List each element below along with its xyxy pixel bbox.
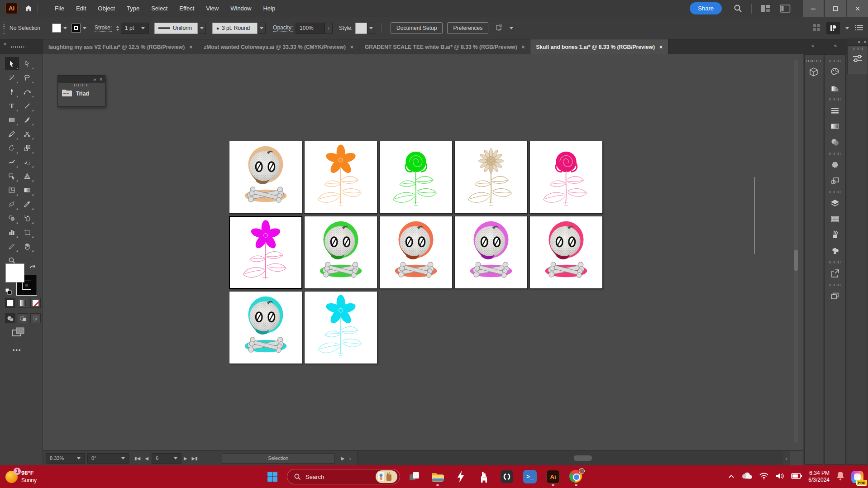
powershell-app-icon[interactable]: >_ [521,467,539,486]
libraries-panel-icon[interactable] [826,157,844,172]
opacity-expand-icon[interactable]: › [324,23,333,34]
draw-behind-button[interactable] [18,313,28,323]
color-mode-button[interactable] [5,298,15,308]
default-fill-stroke-icon[interactable] [5,288,12,297]
measure-tool[interactable] [5,197,19,211]
rotation-dropdown[interactable]: 0° [87,453,129,464]
dock-grip[interactable] [806,60,821,62]
gradient-panel-icon[interactable] [826,118,844,134]
dock-grip[interactable] [828,98,842,100]
none-mode-button[interactable] [30,298,41,308]
panel-close-icon[interactable]: × [863,39,866,44]
workspace-icon[interactable] [826,22,840,34]
maximize-button[interactable] [825,0,846,17]
artboard-8-skull[interactable] [379,216,453,289]
screen-mode-icon[interactable] [12,327,25,340]
panel-grip[interactable] [74,84,89,86]
notification-bell-icon[interactable] [836,471,845,483]
artboard-3-rose[interactable] [379,141,453,214]
next-artboard-button[interactable]: ▶ [184,456,187,461]
document-tab-4[interactable]: Skull and bones 1.ai* @ 8.33 % (RGB/Prev… [530,39,668,54]
appearance-panel-icon[interactable] [826,172,844,188]
rectangle-tool[interactable] [5,113,19,126]
direct-selection-tool[interactable] [20,57,34,70]
align-options-icon[interactable] [495,24,505,33]
panel-collapse-icon[interactable]: » [858,39,861,44]
dock-collapse-icon[interactable]: « [811,43,814,48]
artboard-7-skull[interactable] [304,216,377,289]
line-segment-tool[interactable] [20,99,34,112]
artboard-2-star-flower[interactable] [304,141,377,214]
draw-inside-button[interactable] [30,313,41,323]
artboard-1-skull[interactable] [229,141,302,214]
stroke-dropdown-icon[interactable] [83,27,86,29]
file-explorer-app-icon[interactable] [429,467,446,486]
clock[interactable]: 6:34 PM 6/3/2024 [808,470,830,483]
stroke-label[interactable]: Stroke: [95,24,112,32]
artboard-5-rose[interactable] [529,141,603,214]
tab-close-icon[interactable]: × [659,44,663,50]
artboard-9-skull[interactable] [454,216,528,289]
transparency-panel-icon[interactable] [826,134,844,150]
artboard-12-star-flower[interactable] [304,291,377,364]
column-graph-tool[interactable] [5,225,19,239]
width-tool[interactable] [5,155,19,168]
start-button[interactable] [264,467,281,486]
color-guide-panel-icon[interactable] [826,80,844,96]
menu-object[interactable]: Object [92,0,121,17]
tab-close-icon[interactable]: × [189,44,192,50]
brush-dropdown-icon[interactable] [258,23,266,34]
battery-icon[interactable] [791,473,802,481]
align-dropdown-icon[interactable] [510,27,513,29]
tab-close-icon[interactable]: × [350,44,353,50]
artboard-10-skull[interactable] [529,216,603,289]
selection-tool[interactable] [5,57,19,70]
artboard-tool[interactable] [20,225,34,239]
magic-wand-tool[interactable] [5,71,19,84]
zoom-level-dropdown[interactable]: 8.33% [46,453,85,464]
canvas[interactable]: » × Triad [43,54,803,450]
grid-view-icon[interactable] [812,23,821,33]
home-icon[interactable] [24,4,33,13]
vertical-scrollbar-thumb[interactable] [794,250,798,271]
volume-icon[interactable] [775,472,785,482]
share-button[interactable]: Share [690,2,722,14]
dock-grip[interactable] [828,60,842,62]
horizontal-scrollbar-thumb[interactable] [574,455,592,461]
dock-grip[interactable] [828,191,842,193]
stroke-color-swatch[interactable] [72,24,81,33]
artboard-number-dropdown[interactable]: 6 [152,453,181,464]
layers-panel-icon[interactable] [826,195,844,211]
brushes-panel-icon[interactable] [826,227,844,243]
gradient-tool[interactable] [20,183,34,196]
llama-app-icon[interactable] [475,467,492,486]
style-dropdown-icon[interactable] [367,23,375,34]
toolbar-collapse-icon[interactable]: « [4,41,6,46]
panel-collapse-icon[interactable]: » [94,77,96,82]
status-text-box[interactable]: Selection [222,453,335,464]
symbol-sprayer-tool[interactable] [20,211,34,225]
slice-tool[interactable] [5,239,19,253]
status-expand-icon[interactable]: ▶ [341,456,345,461]
export-panel-icon[interactable] [826,265,844,281]
tray-chevron-icon[interactable] [728,473,734,481]
artboard-11-skull[interactable] [229,291,302,364]
copilot-icon[interactable]: PRE [851,471,863,483]
pen-tool[interactable] [5,85,19,98]
blend-tool[interactable] [5,211,19,225]
minimize-button[interactable] [803,0,824,17]
paintbrush-tool[interactable] [20,113,34,126]
search-highlight-art[interactable] [376,470,397,483]
panel-grip[interactable] [852,48,863,50]
menu-select[interactable]: Select [145,0,173,17]
scroll-right-arrow[interactable]: › [786,455,787,462]
curvature-tool[interactable] [20,85,34,98]
document-tab-2[interactable]: zMost wanted Colorways.ai @ 33.33 % (CMY… [198,39,359,54]
dock-grip[interactable] [828,261,842,263]
properties-float-panel[interactable]: » × [847,38,868,76]
task-view-app-icon[interactable] [406,467,423,486]
type-tool[interactable]: T [5,99,19,112]
search-box[interactable]: Search [287,469,400,484]
perspective-grid-tool[interactable] [20,169,34,182]
artboard-4-sunflower[interactable] [454,141,528,214]
